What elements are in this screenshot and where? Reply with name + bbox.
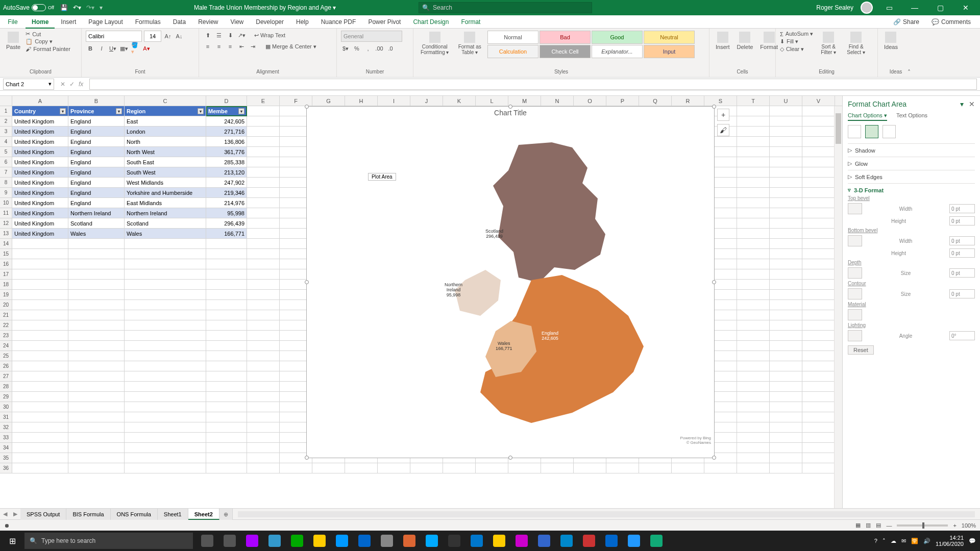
lighting-swatch[interactable] [848, 330, 862, 341]
format-as-table-button[interactable]: Format as Table ▾ [455, 31, 484, 56]
cell[interactable] [68, 412, 125, 422]
resize-handle[interactable] [712, 456, 716, 460]
cell[interactable] [737, 280, 770, 290]
avatar[interactable] [861, 2, 873, 14]
cell[interactable] [12, 382, 68, 392]
cell[interactable] [68, 351, 125, 361]
depth-size[interactable] [949, 268, 975, 278]
cell[interactable]: United Kingdom [12, 198, 68, 208]
section-shadow[interactable]: ▷ Shadow [848, 147, 975, 154]
cell[interactable] [737, 371, 770, 382]
cell[interactable] [770, 371, 802, 382]
font-name-input[interactable] [86, 31, 142, 42]
fill-button[interactable]: ⬇ Fill ▾ [780, 38, 813, 45]
cell[interactable] [443, 463, 476, 473]
cell[interactable] [737, 341, 770, 351]
cell[interactable]: United Kingdom [12, 116, 68, 127]
tab-data[interactable]: Data [167, 15, 192, 29]
chart-styles-button[interactable]: 🖌 [717, 124, 729, 136]
dec-decimal-icon[interactable]: .0 [386, 44, 395, 53]
cell[interactable] [68, 402, 125, 412]
cell[interactable] [125, 382, 206, 392]
resize-handle[interactable] [508, 456, 512, 460]
col-header[interactable]: G [312, 96, 345, 106]
cell[interactable] [802, 351, 835, 361]
tab-view[interactable]: View [224, 15, 250, 29]
row-header[interactable]: 21 [0, 310, 12, 320]
cell[interactable]: Membe▾ [206, 106, 247, 116]
row-header[interactable]: 6 [0, 157, 12, 167]
resize-handle[interactable] [305, 456, 309, 460]
section-glow[interactable]: ▷ Glow [848, 160, 975, 167]
cell[interactable]: 242,605 [206, 116, 247, 127]
style-good[interactable]: Good [592, 31, 643, 44]
cell[interactable] [12, 280, 68, 290]
row-header[interactable]: 17 [0, 269, 12, 280]
row-header[interactable]: 16 [0, 259, 12, 269]
taskbar-app[interactable] [242, 531, 262, 551]
cell[interactable] [247, 106, 280, 116]
cell[interactable]: 219,346 [206, 188, 247, 198]
row-header[interactable]: 19 [0, 290, 12, 300]
row-header[interactable]: 1 [0, 106, 12, 116]
cell[interactable] [802, 188, 835, 198]
sheet-tab[interactable]: BIS Formula [66, 509, 110, 520]
style-bad[interactable]: Bad [540, 31, 591, 44]
cell[interactable]: 213,120 [206, 167, 247, 178]
row-header[interactable]: 2 [0, 116, 12, 127]
tray-notifications-icon[interactable]: 💬 [969, 538, 976, 544]
cell[interactable]: Northern Ireland [68, 208, 125, 218]
cell[interactable]: Scotland [125, 218, 206, 229]
cell[interactable] [802, 371, 835, 382]
row-header[interactable]: 30 [0, 402, 12, 412]
cell[interactable] [770, 412, 802, 422]
cell[interactable] [206, 280, 247, 290]
cell[interactable]: 214,976 [206, 198, 247, 208]
tray-network-icon[interactable]: 🛜 [911, 538, 918, 544]
cell[interactable] [802, 453, 835, 463]
cell[interactable]: United Kingdom [12, 229, 68, 239]
cell[interactable]: East [125, 116, 206, 127]
taskbar-app[interactable] [422, 531, 442, 551]
cell[interactable] [206, 310, 247, 320]
customize-qat-icon[interactable]: ▾ [100, 4, 103, 11]
cell[interactable]: Northern Ireland [125, 208, 206, 218]
col-header[interactable]: I [378, 96, 410, 106]
cell[interactable] [737, 137, 770, 147]
cell[interactable] [737, 127, 770, 137]
col-header[interactable]: B [68, 96, 125, 106]
tray-chevron-icon[interactable]: ˄ [883, 538, 886, 544]
effects-icon[interactable] [865, 125, 878, 138]
underline-icon[interactable]: U▾ [108, 44, 117, 53]
cell[interactable] [737, 443, 770, 453]
chart-object[interactable]: Chart Title Plot Area + 🖌 Scotland 296,4… [306, 106, 715, 458]
cell[interactable] [206, 433, 247, 443]
cell[interactable]: North [125, 137, 206, 147]
cell[interactable] [125, 239, 206, 249]
cell[interactable] [802, 320, 835, 331]
taskbar-app[interactable] [377, 531, 397, 551]
cell[interactable]: England [68, 157, 125, 167]
col-header[interactable]: K [443, 96, 476, 106]
cell[interactable] [737, 392, 770, 402]
cell[interactable]: United Kingdom [12, 218, 68, 229]
cell[interactable] [737, 229, 770, 239]
cell[interactable] [12, 443, 68, 453]
name-box[interactable]: Chart 2▾ [3, 79, 54, 90]
clear-button[interactable]: ◇ Clear ▾ [780, 46, 813, 53]
top-bevel-width[interactable] [949, 204, 975, 213]
number-format-select[interactable] [341, 31, 402, 42]
cell[interactable] [802, 116, 835, 127]
cell[interactable] [125, 361, 206, 371]
cell[interactable] [704, 463, 737, 473]
sheet-tab[interactable]: ONS Formula [111, 509, 158, 520]
col-header[interactable]: D [206, 96, 247, 106]
cell[interactable]: United Kingdom [12, 188, 68, 198]
tab-review[interactable]: Review [192, 15, 224, 29]
cell[interactable] [802, 433, 835, 443]
cancel-formula-icon[interactable]: ✕ [60, 81, 65, 88]
cell[interactable] [770, 147, 802, 157]
taskbar-app[interactable] [511, 531, 532, 551]
delete-cells-button[interactable]: Delete [735, 31, 755, 51]
cell[interactable] [247, 392, 280, 402]
